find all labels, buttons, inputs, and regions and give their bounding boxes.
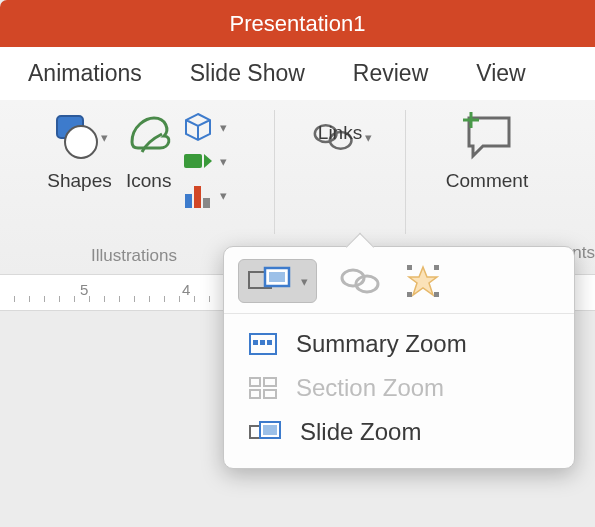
svg-rect-16 (434, 265, 439, 270)
window-title: Presentation1 (230, 11, 366, 37)
zoom-icon (247, 266, 291, 296)
summary-zoom-label: Summary Zoom (296, 330, 467, 358)
zoom-menu-list: Summary Zoom Section Zoom Slide Zoom (224, 314, 574, 454)
shapes-icon (51, 112, 101, 162)
action-icon[interactable] (403, 263, 443, 299)
svg-rect-22 (267, 340, 272, 345)
ribbon-tabs: Animations Slide Show Review View (0, 47, 595, 100)
links-label: Links (318, 122, 362, 144)
section-zoom-icon (248, 376, 278, 400)
slide-zoom-label: Slide Zoom (300, 418, 421, 446)
comment-label: Comment (446, 170, 528, 192)
svg-rect-15 (407, 265, 412, 270)
tab-slide-show[interactable]: Slide Show (190, 60, 305, 87)
tab-review[interactable]: Review (353, 60, 428, 87)
svg-rect-12 (269, 272, 285, 282)
svg-rect-18 (434, 292, 439, 297)
svg-rect-4 (194, 186, 201, 208)
smartart-button[interactable]: ▾ (182, 146, 227, 176)
cube-icon (182, 112, 214, 142)
slide-zoom-item[interactable]: Slide Zoom (242, 410, 574, 454)
chart-icon (182, 180, 214, 210)
ribbon-separator (274, 110, 275, 234)
3d-models-button[interactable]: ▾ (182, 112, 227, 142)
shapes-label: Shapes (47, 170, 111, 192)
group-label-illustrations: Illustrations (91, 246, 177, 272)
summary-zoom-item[interactable]: Summary Zoom (242, 322, 574, 366)
shapes-button[interactable]: ▾ Shapes (41, 108, 117, 192)
links-button[interactable]: ▾ Links (303, 108, 378, 192)
slide-zoom-icon (248, 420, 282, 444)
icons-label: Icons (126, 170, 171, 192)
section-zoom-label: Section Zoom (296, 374, 444, 402)
svg-rect-24 (264, 378, 276, 386)
summary-zoom-icon (248, 332, 278, 356)
chevron-down-icon: ▾ (365, 130, 372, 145)
svg-rect-26 (264, 390, 276, 398)
icons-icon (124, 112, 174, 162)
popup-toolbar: ▾ (224, 247, 574, 314)
comment-icon (457, 112, 517, 162)
svg-rect-23 (250, 378, 260, 386)
ribbon-separator (405, 110, 406, 234)
tab-animations[interactable]: Animations (28, 60, 142, 87)
zoom-split-button[interactable]: ▾ (238, 259, 317, 303)
icons-button[interactable]: Icons (118, 108, 180, 192)
svg-point-1 (65, 126, 97, 158)
chevron-down-icon: ▾ (301, 274, 308, 289)
chevron-down-icon: ▾ (220, 154, 227, 169)
svg-rect-29 (263, 425, 277, 435)
zoom-dropdown: ▾ Summary Zoom (223, 246, 575, 469)
svg-rect-25 (250, 390, 260, 398)
svg-rect-5 (203, 198, 210, 208)
chevron-down-icon: ▾ (220, 188, 227, 203)
link-icon[interactable] (337, 266, 383, 296)
mini-gallery: ▾ ▾ ▾ (180, 108, 227, 210)
chevron-down-icon: ▾ (101, 130, 108, 145)
svg-rect-20 (253, 340, 258, 345)
chevron-down-icon: ▾ (220, 120, 227, 135)
svg-rect-3 (185, 194, 192, 208)
tab-view[interactable]: View (476, 60, 525, 87)
title-bar: Presentation1 (0, 0, 595, 47)
svg-rect-17 (407, 292, 412, 297)
chart-button[interactable]: ▾ (182, 180, 227, 210)
section-zoom-item: Section Zoom (242, 366, 574, 410)
comment-button[interactable]: Comment (440, 108, 534, 192)
smartart-icon (182, 146, 214, 176)
svg-rect-2 (184, 154, 202, 168)
svg-rect-21 (260, 340, 265, 345)
